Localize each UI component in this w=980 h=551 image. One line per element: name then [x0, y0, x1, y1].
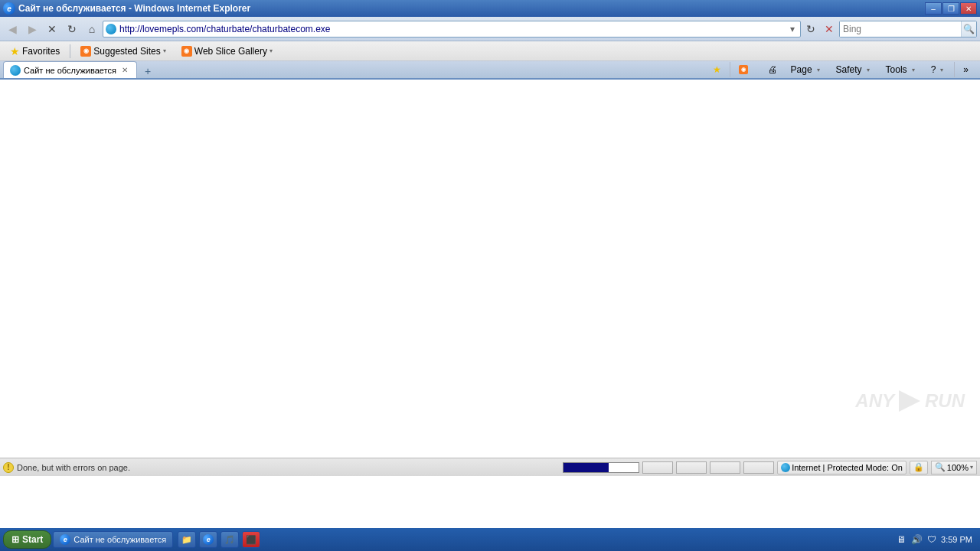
new-tab-button[interactable]: + [140, 64, 155, 78]
suggested-sites-button[interactable]: ◉ Suggested Sites ▾ [75, 44, 171, 59]
help-btn[interactable]: ? ▾ [926, 61, 952, 78]
home-button[interactable]: ⌂ [83, 20, 101, 38]
progress-fill [564, 463, 609, 472]
zoom-icon: 🔍 [935, 462, 946, 472]
status-seg-2 [676, 461, 707, 474]
tab-bar: Сайт не обслуживается ✕ + ★ ◉ 🖨 [0, 61, 980, 80]
address-dropdown[interactable]: ▾ [786, 21, 799, 37]
address-bar[interactable]: ▾ [103, 21, 801, 37]
feed-icon-1: ◉ [80, 46, 91, 57]
safety-label: Safety [836, 64, 862, 75]
zoom-text: 100% [947, 463, 969, 472]
taskbar-red-btn[interactable]: ⬛ [242, 531, 260, 548]
anyrun-play-icon [899, 390, 920, 412]
zoom-dropdown-icon: ▾ [970, 464, 973, 471]
windows-logo: ⊞ [11, 534, 19, 545]
favorites-bar: ★ Favorites ◉ Suggested Sites ▾ ◉ Web Sl… [0, 41, 980, 61]
web-slice-gallery-dropdown-arrow: ▾ [270, 47, 273, 54]
taskbar-ie-btn[interactable]: e [199, 531, 217, 548]
taskbar-ie-label: Сайт не обслуживается [74, 535, 166, 544]
feed-icon-2: ◉ [181, 46, 192, 57]
search-bar: 🔍 [839, 21, 977, 37]
anyrun-watermark: ANY RUN [855, 390, 965, 412]
safety-btn[interactable]: Safety ▾ [831, 61, 877, 78]
anyrun-play-container [899, 390, 920, 412]
start-button[interactable]: ⊞ Start [3, 530, 51, 549]
tray-security-icon[interactable]: 🛡 [926, 533, 938, 546]
favorites-button[interactable]: ★ Favorites [5, 44, 65, 59]
favorites-separator [70, 44, 70, 58]
taskbar-ie-icon: e [60, 534, 70, 545]
tools-btn[interactable]: Tools ▾ [880, 61, 923, 78]
taskbar-file-explorer[interactable]: 📁 [178, 531, 196, 548]
refresh-button[interactable]: ↻ [63, 20, 81, 38]
favorites-label: Favorites [22, 46, 60, 57]
tab-bar-right: ★ ◉ 🖨 Page ▾ Safety ▾ [707, 61, 980, 78]
add-to-favorites-btn[interactable]: ★ [707, 61, 727, 78]
taskbar-quick-launch: 📁 e 🎵 ⬛ [178, 531, 260, 548]
zone-text: Internet | Protected Mode: On [792, 463, 903, 472]
cmd-sep-1 [730, 62, 730, 77]
feeds-btn[interactable]: ◉ [733, 61, 753, 78]
lock-icon: 🔒 [913, 462, 924, 472]
tab-favicon-0 [10, 65, 21, 76]
tab-0[interactable]: Сайт не обслуживается ✕ [3, 61, 137, 78]
page-dropdown-icon: ▾ [815, 66, 822, 73]
forward-button[interactable]: ▶ [23, 20, 41, 38]
status-message: Done, but with errors on page. [17, 463, 130, 472]
address-input[interactable] [119, 21, 786, 37]
window-title: Сайт не обслуживается - Windows Internet… [18, 3, 250, 14]
internet-zone-btn[interactable]: Internet | Protected Mode: On [777, 461, 906, 474]
help-dropdown-icon: ▾ [938, 66, 946, 73]
ie-quick-icon: e [203, 534, 214, 545]
error-icon: ! [3, 462, 14, 473]
title-bar: e Сайт не обслуживается - Windows Intern… [0, 0, 980, 17]
ie-title-icon: e [3, 2, 15, 15]
zoom-control[interactable]: 🔍 100% ▾ [931, 461, 977, 474]
status-seg-4 [743, 461, 774, 474]
taskbar-winamp[interactable]: 🎵 [220, 531, 239, 548]
start-label: Start [22, 534, 43, 545]
protected-mode-btn[interactable]: 🔒 [910, 461, 928, 474]
tray-network-icon[interactable]: 🖥 [895, 533, 907, 546]
status-bar: ! Done, but with errors on page. Interne… [0, 458, 980, 476]
status-right: Internet | Protected Mode: On 🔒 🔍 100% ▾ [777, 461, 977, 474]
back-button[interactable]: ◀ [3, 20, 21, 38]
restore-button[interactable]: ❐ [942, 2, 959, 15]
taskbar-ie-item[interactable]: e Сайт не обслуживается [53, 531, 173, 548]
close-button[interactable]: ✕ [960, 2, 977, 15]
feed-cmd-icon: ◉ [739, 65, 748, 74]
web-slice-gallery-button[interactable]: ◉ Web Slice Gallery ▾ [176, 44, 278, 59]
anyrun-text-run: RUN [925, 390, 965, 412]
tab-label-0: Сайт не обслуживается [24, 66, 116, 75]
status-seg-3 [710, 461, 740, 474]
star-cmd-icon: ★ [713, 64, 721, 75]
tab-close-0[interactable]: ✕ [119, 65, 130, 76]
status-text-area: ! Done, but with errors on page. [3, 462, 560, 473]
stop-btn-2[interactable]: ✕ [821, 20, 838, 38]
red-icon: ⬛ [246, 535, 256, 545]
stop-button[interactable]: ✕ [43, 20, 61, 38]
help-label: ? [931, 64, 936, 75]
page-label: Page [791, 64, 812, 75]
print-btn[interactable]: 🖨 [763, 61, 782, 78]
system-clock[interactable]: 3:59 PM [941, 535, 972, 544]
ie-logo: e [3, 2, 15, 15]
star-icon: ★ [10, 45, 20, 57]
progress-bar [563, 462, 639, 473]
search-button[interactable]: 🔍 [961, 21, 976, 37]
page-icon [105, 23, 117, 35]
anyrun-text-any: ANY [855, 390, 894, 412]
cmd-sep-2 [954, 62, 955, 77]
extend-btn[interactable]: » [958, 61, 974, 78]
refresh-btn-2[interactable]: ↻ [802, 20, 819, 38]
search-input[interactable] [840, 21, 961, 37]
tray-volume-icon[interactable]: 🔊 [910, 533, 923, 546]
safety-dropdown-icon: ▾ [864, 66, 872, 73]
media-icon: 🎵 [224, 535, 235, 545]
globe-icon [106, 24, 116, 34]
page-btn[interactable]: Page ▾ [786, 61, 828, 78]
title-bar-controls: – ❐ ✕ [925, 2, 977, 15]
title-bar-left: e Сайт не обслуживается - Windows Intern… [3, 2, 250, 15]
minimize-button[interactable]: – [925, 2, 942, 15]
